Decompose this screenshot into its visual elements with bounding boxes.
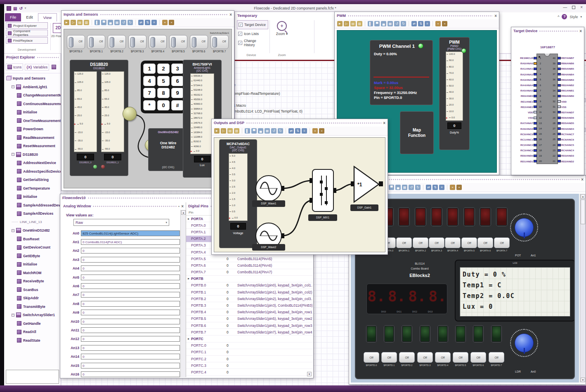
digital-pin-row-portc-4[interactable]: PORTC.40 bbox=[186, 369, 312, 376]
close-icon[interactable]: × bbox=[581, 177, 584, 182]
flip-vertical-icon[interactable]: ⇅ bbox=[145, 20, 150, 25]
expand-icon[interactable]: ▸ bbox=[186, 337, 191, 340]
align-top-icon[interactable]: ▀ bbox=[389, 185, 394, 190]
close-button[interactable]: × bbox=[580, 5, 583, 9]
tree-item-readall[interactable]: ReadAll bbox=[4, 328, 61, 336]
find-replace-button[interactable]: Find/Replace bbox=[6, 37, 48, 44]
tree-item-onewireds2482[interactable]: −OneWireDS2482 bbox=[4, 226, 61, 235]
switch-portb-6[interactable]: Off bbox=[190, 35, 208, 49]
delete-icon[interactable]: × bbox=[450, 185, 455, 190]
expand-icon[interactable]: ▸ bbox=[186, 217, 191, 221]
keypad-key-7[interactable]: 7 bbox=[143, 88, 156, 98]
tab-icons[interactable]: Icons bbox=[6, 63, 23, 70]
tree-item-inputs-and-sensors[interactable]: Inputs and Sensors bbox=[4, 74, 61, 83]
board-switch-portd-0[interactable]: Off bbox=[364, 352, 379, 363]
checkbox-target-device[interactable]: ✓Target Device bbox=[237, 20, 268, 29]
switch-portb-2[interactable]: Off bbox=[108, 35, 126, 49]
distribute-icon[interactable]: ▦ bbox=[388, 21, 393, 26]
dsp-wave1-component[interactable] bbox=[255, 175, 282, 202]
keypad-key-5[interactable]: 5 bbox=[157, 76, 170, 86]
select-icon[interactable]: ► bbox=[64, 20, 69, 25]
rotate-ccw-icon[interactable]: ↺ bbox=[121, 20, 126, 25]
flip-horizontal-icon[interactable]: ⇄ bbox=[411, 21, 417, 26]
board-switch-porta-1[interactable]: Off bbox=[396, 237, 412, 248]
delete-icon[interactable]: × bbox=[162, 20, 168, 25]
globals-icon[interactable] bbox=[52, 65, 56, 69]
keypad-key-8[interactable]: 8 bbox=[157, 88, 170, 98]
tree-item-busreset[interactable]: BusReset bbox=[4, 235, 61, 244]
outputs-panel-canvas[interactable]: MCP47x6DAC DAC_Output1 (I2C CH3) 5.04.54… bbox=[214, 137, 385, 252]
paste-icon[interactable]: ▥ bbox=[84, 20, 89, 25]
flip-horizontal-icon[interactable]: ⇄ bbox=[426, 185, 431, 190]
delete-all-icon[interactable]: × bbox=[319, 128, 324, 134]
keypad-key-9[interactable]: 9 bbox=[171, 88, 184, 98]
close-icon[interactable]: × bbox=[494, 14, 497, 18]
scroll-up-icon[interactable]: ▲ bbox=[181, 210, 186, 215]
analog-value-field-an7[interactable]: 0 bbox=[81, 292, 180, 298]
analog-value-field-an3[interactable]: 0 bbox=[81, 257, 180, 263]
style-dropdown-arrow[interactable]: ▾ bbox=[580, 15, 582, 19]
ldr-knob[interactable] bbox=[510, 329, 538, 357]
component-properties-button[interactable]: Component Properties bbox=[6, 30, 48, 36]
board-switch-portd-7[interactable]: Off bbox=[489, 352, 504, 363]
tree-item-scanbus[interactable]: ScanBus bbox=[4, 286, 61, 294]
style-dropdown[interactable]: Style bbox=[569, 15, 578, 19]
collapse-icon[interactable]: − bbox=[12, 85, 14, 88]
ds18b20-value-1[interactable]: 0 bbox=[77, 154, 94, 160]
digital-pin-row-portc[interactable]: ▸PORTC bbox=[186, 336, 312, 342]
pan-icon[interactable]: ▷ bbox=[344, 21, 349, 26]
align-bottom-icon[interactable]: ▄ bbox=[108, 20, 113, 25]
digital-pin-row-portc-1[interactable]: PORTC.10 bbox=[186, 349, 312, 356]
board-switch-portd-3[interactable]: Off bbox=[417, 352, 433, 363]
delete-icon[interactable]: × bbox=[435, 21, 441, 26]
digital-pin-row-porta-5[interactable]: PORTA.50ComboBL0114(PinA5) bbox=[186, 256, 312, 262]
scroll-down-icon[interactable]: ▼ bbox=[307, 372, 312, 376]
checkbox-change-history[interactable]: ✓Change History bbox=[237, 38, 268, 47]
tab-edit[interactable]: Edit bbox=[21, 13, 38, 21]
pot-knob[interactable] bbox=[510, 214, 538, 242]
digital-pin-row-porta-6[interactable]: PORTA.60ComboBL0114(PinA6) bbox=[186, 262, 312, 269]
tree-item-link-line-13[interactable]: ······ LINK_LINE_13 bbox=[4, 218, 61, 227]
pwm-slider-value[interactable]: 0 bbox=[447, 122, 461, 129]
digital-pin-row-portc-3[interactable]: PORTC.30 bbox=[186, 362, 312, 369]
tree-item-getdevicecount[interactable]: GetDeviceCount bbox=[4, 243, 61, 252]
keypad-key-2[interactable]: 2 bbox=[157, 63, 170, 74]
expand-icon[interactable]: ▸ bbox=[186, 277, 191, 280]
close-icon[interactable]: × bbox=[383, 121, 385, 125]
scroll-up-icon[interactable]: ▲ bbox=[581, 194, 585, 199]
analog-value-field-an16[interactable]: 0 bbox=[81, 371, 180, 377]
analog-value-field-an4[interactable]: 0 bbox=[81, 265, 180, 271]
properties-icon[interactable]: ≡ bbox=[302, 128, 307, 134]
rotate-cw-icon[interactable]: ↻ bbox=[278, 128, 283, 134]
keypad-key-4[interactable]: 4 bbox=[143, 76, 156, 86]
keypad-key-hash[interactable]: # bbox=[171, 100, 184, 110]
analog-value-field-an15[interactable]: 0 bbox=[81, 363, 180, 369]
switch-portb-1[interactable]: Off bbox=[87, 35, 105, 49]
inputs-panel-canvas[interactable]: Off$PORTB.0Off$PORTB.1Off$PORTB.2Off$POR… bbox=[64, 29, 232, 188]
digital-pin-row-portb-6[interactable]: PORTB.60SwitchArraySlider1(pin6), keypad… bbox=[186, 322, 312, 329]
collapse-icon[interactable]: − bbox=[12, 314, 14, 317]
align-left-icon[interactable]: ▌ bbox=[95, 20, 100, 25]
align-top-icon[interactable]: ▀ bbox=[251, 128, 257, 134]
rotate-cw-icon[interactable]: ↻ bbox=[415, 185, 421, 190]
board-switch-porta-5[interactable]: Off bbox=[461, 237, 477, 248]
tree-item-ds18b20[interactable]: −DS18B20 bbox=[4, 150, 61, 159]
rotate-ccw-icon[interactable]: ↺ bbox=[394, 21, 399, 26]
scroll-down-icon[interactable]: ▼ bbox=[581, 378, 585, 382]
delete-all-icon[interactable]: × bbox=[169, 20, 174, 25]
paste-icon[interactable]: ▥ bbox=[234, 128, 239, 134]
keypad-key-1[interactable]: 1 bbox=[143, 63, 156, 74]
analog-value-field-an13[interactable]: 0 bbox=[81, 345, 180, 351]
switch-portb-3[interactable]: Off bbox=[128, 35, 146, 49]
tab-variables[interactable]: {X}Variables bbox=[25, 64, 49, 70]
close-icon[interactable]: × bbox=[579, 29, 582, 33]
tab-file[interactable]: File bbox=[5, 13, 21, 21]
board-switch-porta-2[interactable]: Off bbox=[413, 237, 428, 248]
analog-value-field-an0[interactable]: 825 ComboBL0114(LightSensor ADC) bbox=[81, 230, 180, 236]
checkbox-icon-lists[interactable]: ✓Icon Lists bbox=[237, 29, 268, 38]
keypad-key-3[interactable]: 3 bbox=[171, 63, 184, 74]
board-switch-portd-6[interactable]: Off bbox=[470, 352, 486, 363]
tree-item-powerdown[interactable]: PowerDown bbox=[4, 125, 61, 134]
analog-scrollbar[interactable]: ▲ bbox=[180, 210, 186, 377]
digital-pin-row-portc-0[interactable]: PORTC.00 bbox=[186, 343, 312, 349]
